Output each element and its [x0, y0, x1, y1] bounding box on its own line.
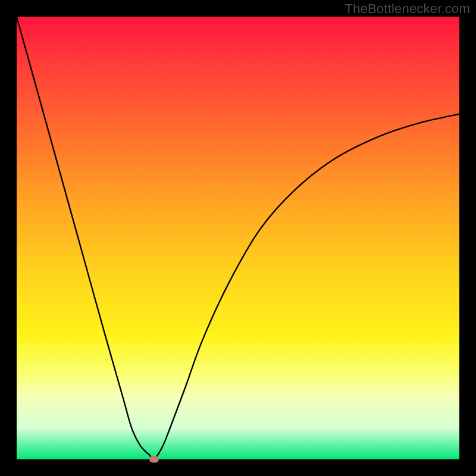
watermark-text: TheBottlenecker.com [345, 1, 470, 17]
plot-area [17, 17, 459, 459]
optimal-point-marker [149, 456, 159, 463]
bottleneck-curve [17, 17, 459, 459]
chart-frame: TheBottlenecker.com [0, 0, 476, 476]
curve-path [17, 17, 459, 459]
